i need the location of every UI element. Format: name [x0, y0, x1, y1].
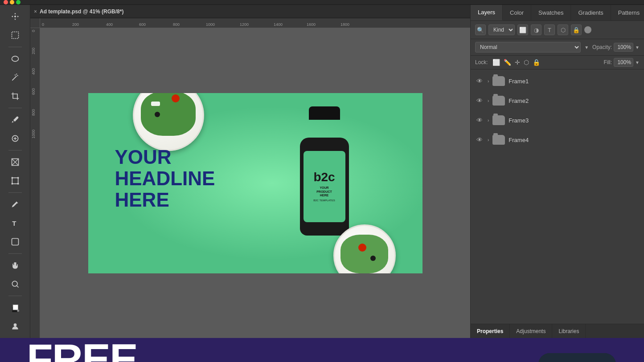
zoom-tool[interactable] [7, 276, 23, 292]
ruler-corner [30, 18, 40, 28]
bottle-brand-name: B2C Templates [313, 199, 335, 202]
blend-mode-select[interactable]: Normal [475, 42, 581, 53]
product-bottle: b2c YOURPRODUCTHERE B2C Templates [289, 106, 360, 240]
ruler-tick-h-600: 600 [139, 22, 146, 27]
hand-tool[interactable] [7, 257, 23, 273]
tab-swatches[interactable]: Swatches [531, 5, 571, 20]
ruler-tick-h-400: 400 [106, 22, 113, 27]
ruler-tick-h-1800: 1800 [340, 22, 349, 27]
layer-name-frame1: Frame1 [509, 78, 529, 85]
salad-bowl-visual-bottom [333, 224, 396, 273]
eyedropper-tool[interactable] [7, 112, 23, 128]
svg-rect-22 [13, 305, 18, 310]
layer-expand-frame2[interactable]: › [488, 98, 489, 103]
lock-lock-icon[interactable]: 🔒 [533, 59, 540, 66]
fill-value[interactable]: 100% [614, 58, 633, 67]
salad-bowl-top-left [133, 93, 204, 151]
svg-rect-0 [12, 32, 18, 39]
lock-position-icon[interactable]: ✏️ [504, 59, 511, 66]
window-controls[interactable] [4, 0, 21, 4]
fill-label: Fill: [603, 59, 612, 65]
headline-line3: HERE [115, 189, 215, 211]
fill-chevron[interactable]: ▼ [635, 60, 640, 65]
layer-visibility-frame1[interactable]: 👁 [475, 77, 484, 85]
minimize-dot[interactable] [10, 0, 14, 4]
layer-item-frame1[interactable]: 👁 › Frame1 [471, 71, 644, 91]
salad-greens-bottom [340, 235, 388, 273]
color-swatch-tool[interactable] [7, 300, 23, 316]
lock-artboards-icon[interactable]: ✛ [515, 59, 520, 66]
left-toolbar: T [0, 5, 30, 338]
layers-list: 👁 › Frame1 👁 › Frame2 👁 › Frame3 👁 › [471, 69, 644, 324]
horizontal-ruler: 0 200 400 600 800 1000 1200 1400 1600 18… [40, 18, 470, 28]
lock-icons: ⬜ ✏️ ✛ ⬡ 🔒 [492, 59, 540, 66]
frame-tool[interactable] [7, 154, 23, 170]
svg-rect-18 [12, 239, 18, 245]
layer-name-frame4: Frame4 [509, 137, 529, 143]
bottom-tab-properties[interactable]: Properties [471, 324, 510, 338]
tab-close-button[interactable]: × [34, 8, 37, 15]
tab-label: Ad template.psd @ 41% (RGB/8*) [40, 8, 123, 15]
svg-rect-14 [17, 177, 19, 179]
opacity-value[interactable]: 100% [614, 43, 633, 52]
shape-filter-icon[interactable]: ⬡ [558, 24, 568, 35]
shape-tool[interactable] [7, 234, 23, 250]
layer-filter-circle[interactable] [584, 26, 591, 33]
lock-row: Lock: ⬜ ✏️ ✛ ⬡ 🔒 Fill: 100% ▼ [471, 56, 644, 69]
kind-filter-select[interactable]: Kind [488, 24, 515, 35]
opacity-chevron[interactable]: ▼ [635, 45, 640, 50]
layer-expand-frame3[interactable]: › [488, 118, 489, 123]
ruler-tick-h-800: 800 [173, 22, 180, 27]
ps-logo-container: Ps [537, 352, 617, 362]
tab-gradients[interactable]: Gradients [571, 5, 611, 20]
svg-point-23 [17, 309, 19, 312]
lock-all-icon[interactable]: ⬡ [524, 59, 529, 66]
ruler-tick-v-4: 400 [31, 68, 36, 75]
bottom-tab-libraries[interactable]: Libraries [552, 324, 586, 338]
bottom-tab-adjustments[interactable]: Adjustments [510, 324, 552, 338]
layer-item-frame3[interactable]: 👁 › Frame3 [471, 110, 644, 130]
layer-item-frame4[interactable]: 👁 › Frame4 [471, 130, 644, 150]
magic-wand-tool[interactable] [7, 69, 23, 85]
headline-line1: YOUR [115, 146, 215, 168]
maximize-dot[interactable] [16, 0, 21, 4]
svg-line-5 [16, 74, 17, 75]
lock-label: Lock: [475, 59, 488, 65]
ruler-tick-v-2: 200 [31, 48, 36, 54]
salad-tomato-bottom [358, 244, 366, 252]
selection-tool[interactable] [7, 27, 23, 43]
bottle-product-text: YOURPRODUCTHERE [316, 186, 332, 197]
layer-expand-frame1[interactable]: › [488, 79, 489, 84]
canvas-content-wrap: 0 200 400 600 800 1000 1200 1400 1600 18… [30, 18, 470, 338]
layer-folder-frame3 [492, 115, 505, 125]
layer-item-frame2[interactable]: 👁 › Frame2 [471, 91, 644, 110]
tab-patterns[interactable]: Patterns [611, 5, 644, 20]
lock-pixels-icon[interactable]: ⬜ [492, 59, 500, 66]
canvas-viewport[interactable]: YOUR HEADLINE HERE b2c YOURPRODUCTHERE [40, 28, 470, 338]
lasso-tool[interactable] [7, 51, 23, 67]
pen-tool[interactable] [7, 196, 23, 212]
pixel-filter-icon[interactable]: ⬜ [517, 24, 528, 35]
tab-color[interactable]: Color [503, 5, 531, 20]
move-tool[interactable] [7, 8, 23, 24]
transform-tool[interactable] [7, 173, 23, 189]
healing-brush-tool[interactable] [7, 130, 23, 146]
salad-olive-top [155, 112, 160, 117]
character-tool[interactable] [7, 318, 23, 334]
crop-tool[interactable] [7, 88, 23, 104]
type-tool[interactable]: T [7, 215, 23, 231]
layer-name-frame3: Frame3 [509, 117, 529, 124]
close-dot[interactable] [4, 0, 8, 4]
tab-layers[interactable]: Layers [471, 5, 503, 20]
search-icon[interactable]: 🔍 [475, 24, 486, 35]
smart-filter-icon[interactable]: 🔒 [571, 24, 582, 35]
layer-expand-frame4[interactable]: › [488, 138, 489, 142]
layer-visibility-frame3[interactable]: 👁 [475, 117, 484, 124]
blend-mode-chevron[interactable]: ▼ [584, 45, 589, 50]
layer-visibility-frame4[interactable]: 👁 [475, 136, 484, 143]
adjustment-filter-icon[interactable]: ◑ [531, 24, 541, 35]
layer-visibility-frame2[interactable]: 👁 [475, 97, 484, 104]
salad-bowl-bottom-right [333, 224, 396, 273]
type-filter-icon[interactable]: T [544, 24, 555, 35]
ruler-tick-h-1600: 1600 [307, 22, 316, 27]
